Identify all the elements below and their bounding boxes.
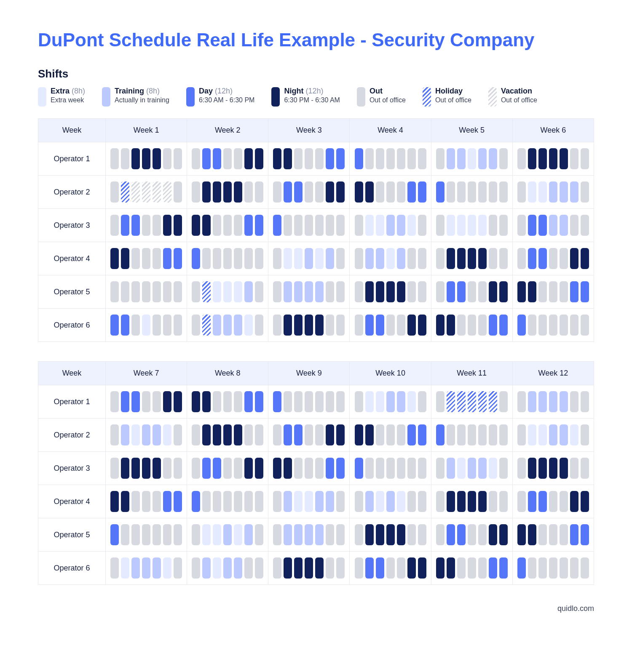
shift-pill-day: [202, 458, 211, 479]
shift-pill-out: [517, 491, 526, 512]
shift-pill-out: [110, 557, 119, 579]
shift-pill-out: [468, 524, 476, 545]
shift-pill-training: [305, 524, 313, 545]
shift-pill-out: [355, 491, 363, 512]
table-row: Operator 3: [38, 452, 594, 485]
shift-pill-out: [255, 524, 263, 545]
shift-pill-night: [447, 557, 455, 579]
shift-pill-out: [234, 391, 242, 412]
shift-pill-out: [192, 557, 200, 579]
shift-pill-out: [570, 148, 578, 169]
shift-pill-training: [560, 215, 568, 236]
shift-pill-out: [273, 181, 281, 203]
shift-pill-out: [174, 281, 182, 302]
shift-pill-training: [223, 557, 232, 579]
shift-pill-night: [570, 491, 578, 512]
shift-pill-out: [131, 524, 140, 545]
shift-pill-day: [407, 181, 416, 203]
shift-pill-out: [418, 458, 426, 479]
shift-pill-night: [517, 524, 526, 545]
shift-pill-day: [294, 424, 303, 445]
schedule-cell: [512, 142, 594, 176]
shift-pill-night: [436, 315, 445, 336]
shift-pill-out: [528, 557, 536, 579]
shift-pill-out: [407, 458, 416, 479]
row-label: Operator 5: [38, 518, 106, 552]
shift-pill-extra: [407, 391, 416, 412]
shift-pill-training: [142, 557, 150, 579]
column-header: Week 9: [268, 362, 350, 385]
shift-pill-night: [376, 281, 384, 302]
shift-pill-out: [110, 281, 119, 302]
shift-pill-night: [478, 248, 487, 269]
shift-pill-out: [336, 557, 345, 579]
shift-pill-out: [174, 315, 182, 336]
shift-pill-training: [294, 281, 303, 302]
shift-pill-day: [355, 148, 363, 169]
shift-pill-out: [273, 557, 281, 579]
shift-pill-out: [549, 557, 557, 579]
shift-pill-day: [326, 458, 334, 479]
shift-pill-out: [376, 458, 384, 479]
shift-pill-training: [386, 391, 395, 412]
shift-pill-night: [223, 424, 232, 445]
shift-pill-out: [294, 148, 303, 169]
shift-pill-out: [255, 424, 263, 445]
shift-pill-extra: [294, 248, 303, 269]
shift-pill-night: [365, 424, 374, 445]
shift-pill-out: [192, 424, 200, 445]
shift-pill-out: [336, 248, 345, 269]
legend-swatch-out: [357, 87, 365, 107]
shift-pill-out: [478, 424, 487, 445]
shift-pill-training: [549, 181, 557, 203]
shift-pill-night: [255, 458, 263, 479]
shift-pill-day: [436, 181, 445, 203]
shift-pill-out: [202, 491, 211, 512]
shift-pill-day: [528, 215, 536, 236]
shift-pill-out: [284, 391, 292, 412]
shift-pill-extra: [528, 181, 536, 203]
shift-pill-training: [294, 524, 303, 545]
column-header: Week 1: [106, 119, 187, 142]
column-header: Week 3: [268, 119, 350, 142]
shift-pill-out: [468, 181, 476, 203]
footer-attribution: quidlo.com: [38, 604, 594, 613]
shift-pill-out: [489, 181, 497, 203]
shift-pill-out: [436, 458, 445, 479]
shift-pill-out: [315, 215, 324, 236]
shift-pill-out: [273, 248, 281, 269]
shift-pill-night: [418, 557, 426, 579]
shift-pill-training: [549, 424, 557, 445]
shift-pill-out: [142, 215, 150, 236]
shift-pill-extra: [234, 281, 242, 302]
shift-pill-out: [234, 491, 242, 512]
schedule-cell: [187, 452, 268, 485]
schedule-cell: [431, 142, 512, 176]
shift-pill-out: [447, 424, 455, 445]
schedule-cell: [187, 275, 268, 309]
shift-pill-night: [244, 458, 253, 479]
shift-pill-night: [581, 248, 589, 269]
shift-pill-day: [174, 491, 182, 512]
shift-pill-night: [192, 391, 200, 412]
shift-pill-out: [142, 248, 150, 269]
shift-pill-vacation: [153, 181, 161, 203]
shift-pill-out: [478, 281, 487, 302]
shift-pill-extra: [315, 248, 324, 269]
shift-pill-out: [436, 248, 445, 269]
shift-pill-out: [110, 215, 119, 236]
shift-pill-training: [478, 148, 487, 169]
shift-pill-out: [489, 491, 497, 512]
schedule-cell: [350, 176, 431, 209]
shift-pill-training: [142, 424, 150, 445]
shift-pill-out: [418, 215, 426, 236]
shift-pill-extra: [468, 215, 476, 236]
shift-pill-out: [305, 391, 313, 412]
shift-pill-out: [284, 215, 292, 236]
shift-pill-training: [365, 491, 374, 512]
shift-pill-training: [153, 557, 161, 579]
schedule-cell: [268, 518, 350, 552]
shift-pill-out: [192, 458, 200, 479]
schedule-cell: [350, 309, 431, 342]
shift-pill-out: [244, 557, 253, 579]
